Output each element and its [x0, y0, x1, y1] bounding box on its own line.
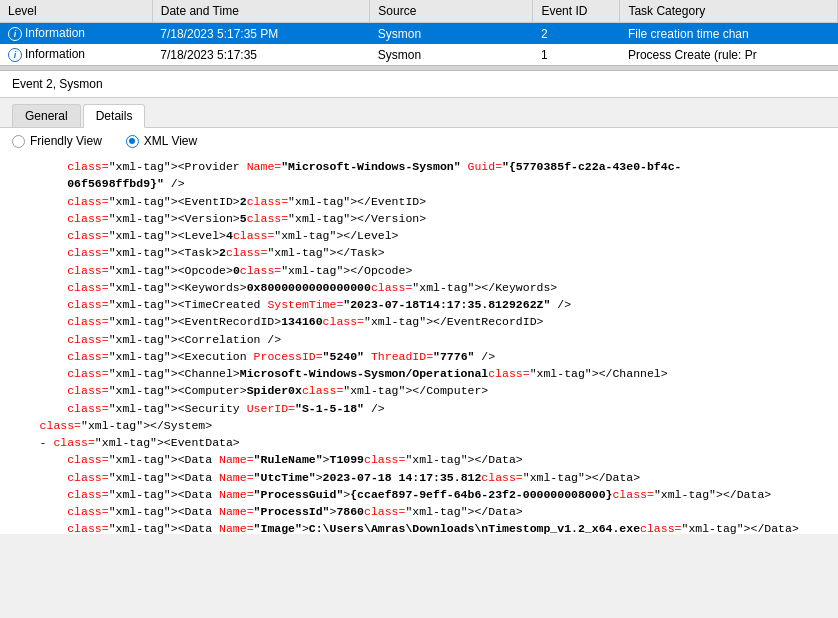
row-eventid: 1 [533, 44, 620, 65]
xml-line: class="xml-tag"><Data Name="Image">C:\Us… [12, 520, 826, 534]
xml-line: class="xml-tag"><Provider Name="Microsof… [12, 158, 826, 175]
info-icon: i [8, 27, 22, 41]
event-detail-label: Event 2, Sysmon [12, 77, 103, 91]
table-row[interactable]: iInformation7/18/2023 5:17:35 PMSysmon2F… [0, 23, 838, 45]
table-row[interactable]: iInformation7/18/2023 5:17:35Sysmon1Proc… [0, 44, 838, 65]
col-taskcategory[interactable]: Task Category [620, 0, 838, 23]
row-taskcategory: File creation time chan [620, 23, 838, 45]
friendly-view-radio[interactable] [12, 135, 25, 148]
xml-line: class="xml-tag"><Version>5class="xml-tag… [12, 210, 826, 227]
xml-view-option[interactable]: XML View [126, 134, 197, 148]
xml-line: class="xml-tag"><Keywords>0x800000000000… [12, 279, 826, 296]
row-source: Sysmon [370, 44, 533, 65]
row-datetime: 7/18/2023 5:17:35 PM [152, 23, 370, 45]
xml-line: class="xml-tag"><Execution ProcessID="52… [12, 348, 826, 365]
xml-line: class="xml-tag"><Task>2class="xml-tag"><… [12, 244, 826, 261]
row-datetime: 7/18/2023 5:17:35 [152, 44, 370, 65]
xml-line: - class="xml-tag"><EventData> [12, 434, 826, 451]
event-detail-header: Event 2, Sysmon [0, 71, 838, 98]
xml-line: class="xml-tag"><TimeCreated SystemTime=… [12, 296, 826, 313]
xml-line: class="xml-tag"><Security UserID="S-1-5-… [12, 400, 826, 417]
tabs-bar: General Details [0, 98, 838, 128]
friendly-view-option[interactable]: Friendly View [12, 134, 102, 148]
xml-line: class="xml-tag"></System> [12, 417, 826, 434]
col-datetime[interactable]: Date and Time [152, 0, 370, 23]
tab-general[interactable]: General [12, 104, 81, 127]
event-table: Level Date and Time Source Event ID Task… [0, 0, 838, 65]
xml-line: class="xml-tag"><Channel>Microsoft-Windo… [12, 365, 826, 382]
xml-view-label: XML View [144, 134, 197, 148]
xml-view-radio[interactable] [126, 135, 139, 148]
tab-details[interactable]: Details [83, 104, 146, 128]
xml-line: 06f5698ffbd9}" /> [12, 175, 826, 192]
info-icon: i [8, 48, 22, 62]
xml-line: class="xml-tag"><Computer>Spider0xclass=… [12, 382, 826, 399]
xml-content-area[interactable]: class="xml-tag"><Provider Name="Microsof… [0, 154, 838, 534]
row-eventid: 2 [533, 23, 620, 45]
xml-line: class="xml-tag"><Data Name="ProcessId">7… [12, 503, 826, 520]
row-source: Sysmon [370, 23, 533, 45]
xml-line: class="xml-tag"><EventID>2class="xml-tag… [12, 193, 826, 210]
xml-line: class="xml-tag"><Data Name="UtcTime">202… [12, 469, 826, 486]
xml-line: class="xml-tag"><Level>4class="xml-tag">… [12, 227, 826, 244]
xml-line: class="xml-tag"><Opcode>0class="xml-tag"… [12, 262, 826, 279]
xml-line: class="xml-tag"><Correlation /> [12, 331, 826, 348]
row-taskcategory: Process Create (rule: Pr [620, 44, 838, 65]
view-options: Friendly View XML View [0, 128, 838, 154]
xml-line: class="xml-tag"><Data Name="ProcessGuid"… [12, 486, 826, 503]
col-source[interactable]: Source [370, 0, 533, 23]
xml-line: class="xml-tag"><EventRecordID>134160cla… [12, 313, 826, 330]
col-eventid[interactable]: Event ID [533, 0, 620, 23]
xml-line: class="xml-tag"><Data Name="RuleName">T1… [12, 451, 826, 468]
friendly-view-label: Friendly View [30, 134, 102, 148]
col-level[interactable]: Level [0, 0, 152, 23]
